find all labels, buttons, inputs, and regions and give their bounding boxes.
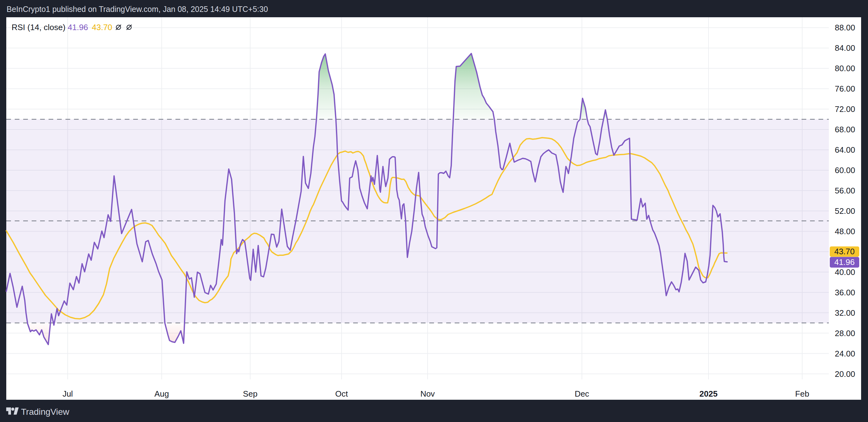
svg-text:Oct: Oct — [335, 389, 348, 398]
svg-text:2025: 2025 — [700, 389, 718, 398]
svg-text:Dec: Dec — [575, 389, 589, 398]
svg-text:52.00: 52.00 — [835, 206, 855, 216]
svg-text:60.00: 60.00 — [835, 165, 855, 175]
svg-text:Jul: Jul — [62, 389, 73, 398]
svg-text:68.00: 68.00 — [835, 125, 855, 134]
svg-text:76.00: 76.00 — [835, 84, 855, 93]
svg-text:56.00: 56.00 — [835, 186, 855, 195]
svg-text:48.00: 48.00 — [835, 227, 855, 236]
svg-text:43.70: 43.70 — [834, 247, 855, 256]
svg-text:36.00: 36.00 — [835, 288, 855, 297]
svg-text:88.00: 88.00 — [835, 23, 855, 32]
svg-text:Feb: Feb — [795, 389, 809, 398]
svg-text:Nov: Nov — [420, 389, 435, 398]
svg-text:84.00: 84.00 — [835, 43, 855, 53]
svg-text:TradingView: TradingView — [21, 407, 69, 417]
svg-text:32.00: 32.00 — [835, 308, 855, 318]
svg-text:Sep: Sep — [243, 389, 257, 398]
svg-text:80.00: 80.00 — [835, 64, 855, 73]
svg-text:RSI (14, close): RSI (14, close) — [11, 23, 65, 32]
svg-text:64.00: 64.00 — [835, 145, 855, 155]
svg-text:24.00: 24.00 — [835, 349, 855, 358]
svg-text:43.70: 43.70 — [92, 23, 112, 32]
svg-text:Aug: Aug — [154, 389, 169, 398]
svg-text:41.96: 41.96 — [834, 258, 855, 267]
svg-text:28.00: 28.00 — [835, 329, 855, 338]
svg-text:41.96: 41.96 — [68, 23, 88, 32]
svg-text:72.00: 72.00 — [835, 104, 855, 114]
svg-text:BeInCrypto1 published on Tradi: BeInCrypto1 published on TradingView.com… — [7, 5, 268, 13]
svg-text:20.00: 20.00 — [835, 369, 855, 379]
svg-text:40.00: 40.00 — [835, 267, 855, 277]
